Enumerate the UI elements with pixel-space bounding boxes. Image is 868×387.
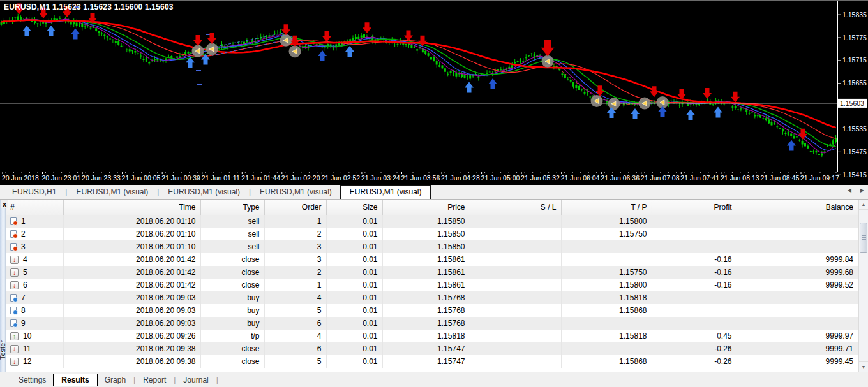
header-cell-balance: Balance <box>737 200 858 215</box>
cell-order: 1 <box>264 279 326 291</box>
cell-profit: -0.16 <box>652 266 737 279</box>
cell-time: 2018.06.20 09:03 <box>63 317 200 330</box>
results-panel: x #TimeTypeOrderSizePriceS / LT / PProfi… <box>0 199 868 372</box>
time-axis-label: 20 Jun 2018 <box>2 174 39 182</box>
header-cell-sl: S / L <box>470 200 561 215</box>
strategy-tester-panel: 1.158351.157751.157151.156551.155951.155… <box>0 0 868 387</box>
cell-size: 0.01 <box>326 291 382 304</box>
take-profit-icon: ↑ <box>10 332 19 340</box>
table-row[interactable]: 72018.06.20 09:03buy40.011.157681.15818 <box>6 291 858 304</box>
chart-tab-0[interactable]: EURUSD,H1 <box>4 186 64 199</box>
cell-profit <box>652 291 737 304</box>
cell-size: 0.01 <box>326 253 382 266</box>
table-row[interactable]: 92018.06.20 09:03buy60.011.15768 <box>6 317 858 330</box>
cell-type: sell <box>200 240 264 253</box>
cell-time: 2018.06.20 01:10 <box>63 240 200 253</box>
sell-open-icon <box>10 230 17 238</box>
cell-type: buy <box>200 317 264 330</box>
header-cell-n: # <box>6 200 63 215</box>
cell-tp: 1.15818 <box>561 291 652 304</box>
bottom-tab-results[interactable]: Results <box>53 374 97 386</box>
table-header-row: #TimeTypeOrderSizePriceS / LT / PProfitB… <box>6 200 858 215</box>
cell-balance: 9999.97 <box>737 330 858 342</box>
cell-tp: 1.15750 <box>561 228 652 240</box>
time-axis-label: 21 Jun 00:39 <box>161 174 200 182</box>
cell-order: 2 <box>264 266 326 279</box>
close-panel-button[interactable]: x <box>1 200 8 208</box>
cell-tp: 1.15800 <box>561 215 652 228</box>
bottom-tab-report[interactable]: Report <box>136 374 173 386</box>
cell-order: 6 <box>264 342 326 355</box>
table-row[interactable]: ↓122018.06.20 09:38close50.011.157471.15… <box>6 355 858 368</box>
order-number: 11 <box>23 344 31 353</box>
table-scrollbar[interactable]: ▲ ▼ <box>858 200 868 372</box>
time-axis-label: 21 Jun 07:41 <box>680 174 719 182</box>
time-axis-label: 21 Jun 01:44 <box>241 174 280 182</box>
cell-type: close <box>200 355 264 368</box>
time-axis-label: 21 Jun 03:24 <box>361 174 400 182</box>
bottom-tab-settings[interactable]: Settings <box>11 374 53 386</box>
cell-type: buy <box>200 291 264 304</box>
cell-price: 1.15861 <box>382 253 470 266</box>
chart-title: EURUSD,M1 1.15623 1.15623 1.15600 1.1560… <box>4 3 174 11</box>
table-row[interactable]: 22018.06.20 01:10sell20.011.158501.15750 <box>6 228 858 240</box>
cell-order: 6 <box>264 317 326 330</box>
order-number: 10 <box>23 332 31 340</box>
header-cell-price: Price <box>382 200 470 215</box>
tab-scroll-left-icon[interactable]: ◀ <box>848 187 851 193</box>
scroll-thumb[interactable] <box>860 223 867 253</box>
cell-sl <box>470 253 561 266</box>
time-axis-label: 21 Jun 05:00 <box>481 174 520 182</box>
cell-time: 2018.06.20 09:38 <box>63 355 200 368</box>
table-row[interactable]: ↓52018.06.20 01:42close20.011.158611.157… <box>6 266 858 279</box>
table-row[interactable]: 82018.06.20 09:03buy50.011.157681.15868 <box>6 304 858 317</box>
cell-sl <box>470 355 561 368</box>
table-row[interactable]: ↑102018.06.20 09:26t/p40.011.158181.1581… <box>6 330 858 342</box>
bottom-tab-graph[interactable]: Graph <box>98 374 133 386</box>
chart-tab-2[interactable]: EURUSD,M1 (visual) <box>160 186 248 199</box>
cell-price: 1.15768 <box>382 291 470 304</box>
table-row[interactable]: 32018.06.20 01:10sell30.011.15850 <box>6 240 858 253</box>
order-number: 4 <box>23 255 27 264</box>
cell-tp <box>561 253 652 266</box>
cell-order: 4 <box>264 330 326 342</box>
cell-tp <box>561 317 652 330</box>
bottom-tab-journal[interactable]: Journal <box>176 374 215 386</box>
cell-size: 0.01 <box>326 304 382 317</box>
cell-order: 3 <box>264 253 326 266</box>
cell-tp: 1.15800 <box>561 279 652 291</box>
cell-time: 2018.06.20 01:42 <box>63 253 200 266</box>
table-row[interactable]: 12018.06.20 01:10sell10.011.158501.15800 <box>6 215 858 228</box>
cell-size: 0.01 <box>326 266 382 279</box>
order-number: 1 <box>21 217 26 226</box>
cell-sl <box>470 304 561 317</box>
tester-panel-label: Tester <box>0 336 7 364</box>
cell-size: 0.01 <box>326 228 382 240</box>
order-number: 8 <box>21 306 26 315</box>
chart-tab-4[interactable]: EURUSD,M1 (visual) <box>340 185 431 200</box>
tab-scroll-right-icon[interactable]: ▶ <box>860 187 864 193</box>
cell-profit <box>652 304 737 317</box>
table-row[interactable]: ↓112018.06.20 09:38close60.011.15747-0.2… <box>6 342 858 355</box>
cell-order: 2 <box>264 228 326 240</box>
scroll-up-icon[interactable]: ▲ <box>859 200 868 210</box>
header-cell-size: Size <box>326 200 382 215</box>
chart-tab-3[interactable]: EURUSD,M1 (visual) <box>251 186 340 199</box>
chart-tab-1[interactable]: EURUSD,M1 (visual) <box>68 186 156 199</box>
buy-open-icon <box>10 307 17 314</box>
order-number: 3 <box>21 242 26 251</box>
sell-open-icon <box>10 217 17 225</box>
cell-price: 1.15768 <box>382 317 470 330</box>
cell-price: 1.15818 <box>382 330 470 342</box>
cell-profit <box>652 228 737 240</box>
cell-sl <box>470 317 561 330</box>
table-row[interactable]: ↓42018.06.20 01:42close30.011.15861-0.16… <box>6 253 858 266</box>
table-row[interactable]: ↓62018.06.20 01:42close10.011.158611.158… <box>6 279 858 291</box>
cell-type: close <box>200 279 264 291</box>
order-number: 12 <box>23 357 31 366</box>
sell-open-icon <box>10 243 17 251</box>
scroll-down-icon[interactable]: ▼ <box>859 361 868 372</box>
cell-size: 0.01 <box>326 342 382 355</box>
time-axis-label: 21 Jun 00:05 <box>122 174 161 182</box>
chart-canvas[interactable]: 1.158351.157751.157151.156551.155951.155… <box>0 1 868 186</box>
